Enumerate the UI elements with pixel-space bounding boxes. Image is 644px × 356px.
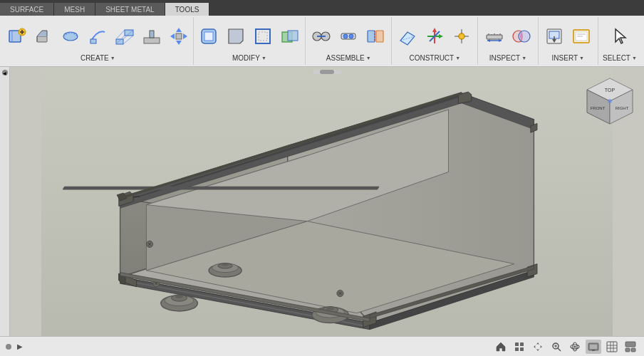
layout-status-icon[interactable] xyxy=(623,340,638,354)
scroll-indicator xyxy=(313,70,341,74)
extrude-icon[interactable] xyxy=(31,23,56,49)
inspect-label[interactable]: INSPECT ▼ xyxy=(489,54,526,63)
loft-icon[interactable] xyxy=(112,23,137,49)
combine-icon[interactable] xyxy=(277,23,303,49)
display-status-icon[interactable] xyxy=(586,340,601,354)
tab-mesh[interactable]: MESH xyxy=(54,3,95,16)
construct-arrow: ▼ xyxy=(455,56,460,61)
svg-rect-85 xyxy=(62,187,379,190)
modify-label[interactable]: MODIFY ▼ xyxy=(232,54,266,63)
svg-rect-23 xyxy=(288,31,298,41)
toolbar-icons-select xyxy=(607,19,633,54)
plane-icon[interactable] xyxy=(395,23,420,49)
toolbar-icons-modify xyxy=(196,19,303,54)
zoom-status-icon[interactable] xyxy=(549,340,564,354)
sweep-icon[interactable] xyxy=(85,23,110,49)
joint-icon[interactable] xyxy=(308,23,334,49)
modify-arrow: ▼ xyxy=(261,56,266,61)
insert-icon[interactable] xyxy=(541,23,567,49)
tab-tools[interactable]: TOOLS xyxy=(165,3,210,16)
svg-line-95 xyxy=(558,348,561,351)
panel-toggle[interactable]: ◀ xyxy=(2,70,8,75)
home-status-icon[interactable] xyxy=(493,340,509,354)
pan-status-icon[interactable] xyxy=(530,340,546,354)
toolbar-group-modify: MODIFY ▼ xyxy=(194,17,306,65)
toolbar-icons-create xyxy=(4,19,192,54)
insert-arrow: ▼ xyxy=(579,56,584,61)
svg-marker-52 xyxy=(499,39,502,42)
main-area: ◀ xyxy=(0,67,644,336)
svg-point-67 xyxy=(175,295,183,298)
inspect-arrow: ▼ xyxy=(521,56,526,61)
toolbar-icons-insert xyxy=(541,19,594,54)
assemble-label[interactable]: ASSEMBLE ▼ xyxy=(326,54,371,63)
svg-rect-109 xyxy=(625,342,635,347)
motion-icon[interactable] xyxy=(336,23,361,49)
select-icon[interactable] xyxy=(607,23,633,49)
svg-text:FRONT: FRONT xyxy=(591,106,606,110)
svg-rect-21 xyxy=(259,32,267,41)
svg-point-29 xyxy=(349,34,353,38)
toolbar-icons-assemble xyxy=(308,19,388,54)
orbit-status-icon[interactable] xyxy=(567,340,583,354)
axis-icon[interactable] xyxy=(422,23,447,49)
grid2-status-icon[interactable] xyxy=(604,340,620,354)
svg-rect-31 xyxy=(376,31,383,42)
create-arrow: ▼ xyxy=(110,56,115,61)
svg-rect-110 xyxy=(625,348,630,352)
svg-rect-44 xyxy=(487,35,502,39)
toolbar-icons-construct xyxy=(395,19,474,54)
toolbar-group-inspect: INSPECT ▼ xyxy=(478,17,538,65)
toolbar: CREATE ▼ xyxy=(0,16,644,67)
toolbar-group-insert: INSERT ▼ xyxy=(539,17,598,65)
toolbar-icons-inspect xyxy=(482,19,534,54)
svg-rect-20 xyxy=(256,29,270,43)
status-play[interactable]: ▶ xyxy=(17,342,23,350)
tab-surface[interactable]: SURFACE xyxy=(0,3,54,16)
status-dot xyxy=(6,344,11,350)
toolbar-group-select: SELECT ▼ xyxy=(598,17,641,65)
svg-rect-17 xyxy=(176,33,182,39)
toolbar-group-construct: CONSTRUCT ▼ xyxy=(392,17,478,65)
measure-icon[interactable] xyxy=(482,23,507,49)
tab-sheet-metal[interactable]: SHEET METAL xyxy=(95,3,165,16)
svg-rect-92 xyxy=(515,347,519,351)
svg-point-71 xyxy=(326,307,334,310)
svg-point-75 xyxy=(222,263,228,266)
chamfer-icon[interactable] xyxy=(223,23,249,49)
move-icon[interactable] xyxy=(166,23,192,49)
svg-rect-104 xyxy=(607,342,617,352)
svg-rect-90 xyxy=(515,342,519,346)
new-sketch-icon[interactable] xyxy=(4,23,29,49)
svg-marker-35 xyxy=(432,28,437,32)
svg-rect-19 xyxy=(204,32,213,41)
shell-icon[interactable] xyxy=(250,23,276,49)
assemble-arrow: ▼ xyxy=(366,56,371,61)
canvas-icon[interactable] xyxy=(568,23,594,49)
fillet-icon[interactable] xyxy=(196,23,222,49)
svg-marker-15 xyxy=(170,33,175,39)
svg-point-28 xyxy=(343,34,348,38)
status-bar: ▶ xyxy=(0,336,644,356)
contact-icon[interactable] xyxy=(363,23,388,49)
svg-rect-5 xyxy=(37,36,47,42)
viewport[interactable]: TOP FRONT RIGHT xyxy=(10,67,644,336)
svg-text:RIGHT: RIGHT xyxy=(616,106,629,110)
svg-marker-37 xyxy=(439,34,443,38)
construct-label[interactable]: CONSTRUCT ▼ xyxy=(409,54,460,63)
select-label[interactable]: SELECT ▼ xyxy=(603,54,637,63)
grid-status-icon[interactable] xyxy=(511,340,527,354)
insert-label[interactable]: INSERT ▼ xyxy=(552,54,584,63)
point-icon[interactable] xyxy=(449,23,474,49)
revolve-icon[interactable] xyxy=(58,23,83,49)
svg-rect-102 xyxy=(590,345,597,349)
svg-marker-14 xyxy=(176,41,182,45)
interference-icon[interactable] xyxy=(509,23,534,49)
rib-icon[interactable] xyxy=(139,23,165,49)
view-cube[interactable]: TOP FRONT RIGHT xyxy=(581,73,638,130)
svg-rect-93 xyxy=(520,347,524,351)
scroll-handle xyxy=(320,70,334,74)
create-label[interactable]: CREATE ▼ xyxy=(80,54,115,63)
scroll-bar[interactable] xyxy=(313,70,341,74)
cad-model-svg xyxy=(10,67,644,336)
